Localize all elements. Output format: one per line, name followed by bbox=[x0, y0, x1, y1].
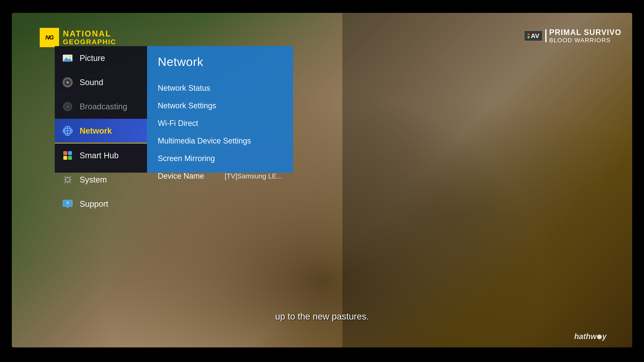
hathway-text-end: y bbox=[602, 332, 606, 341]
svg-marker-22 bbox=[66, 207, 69, 209]
channel-bar-divider bbox=[545, 29, 546, 42]
device-name-value: [TV]Samsung LE... bbox=[224, 172, 282, 180]
sidebar-item-smart-hub[interactable]: Smart Hub bbox=[55, 143, 147, 168]
svg-point-2 bbox=[69, 55, 71, 57]
sidebar-label-support: Support bbox=[80, 199, 108, 209]
svg-point-19 bbox=[66, 178, 70, 182]
channel-name: PRIMAL SURVIVO BLOOD WARRIORS bbox=[549, 28, 622, 44]
support-icon: ? bbox=[62, 198, 74, 210]
hathway-dot-icon bbox=[597, 335, 602, 339]
sidebar: Picture Sound bbox=[55, 46, 147, 173]
panel-item-device-name[interactable]: Device Name [TV]Samsung LE... bbox=[158, 167, 282, 185]
network-settings-label: Network Settings bbox=[158, 101, 216, 110]
av-dots bbox=[528, 33, 530, 38]
hathway-text: hathw bbox=[574, 332, 596, 341]
sidebar-label-picture: Picture bbox=[80, 54, 105, 63]
svg-rect-18 bbox=[68, 156, 72, 160]
nat-geo-box-icon: NG bbox=[40, 28, 59, 47]
device-name-label: Device Name bbox=[158, 172, 204, 181]
av-dot-red bbox=[528, 33, 530, 35]
svg-rect-17 bbox=[63, 156, 67, 160]
network-status-label: Network Status bbox=[158, 84, 210, 93]
nat-geo-logo: NG NATIONAL GEOGRAPHIC bbox=[40, 28, 116, 47]
sidebar-item-system[interactable]: System bbox=[55, 168, 147, 192]
screen-mirroring-label: Screen Mirroring bbox=[158, 154, 215, 163]
sidebar-label-sound: Sound bbox=[80, 78, 103, 87]
sidebar-label-system: System bbox=[80, 175, 107, 184]
channel-info: AV PRIMAL SURVIVO BLOOD WARRIORS bbox=[524, 28, 622, 44]
tv-screen: NG NATIONAL GEOGRAPHIC AV PRIMAL SURVIVO… bbox=[12, 13, 632, 348]
panel-item-network-settings[interactable]: Network Settings bbox=[158, 97, 282, 114]
system-icon bbox=[62, 174, 74, 186]
sidebar-item-support[interactable]: ? Support bbox=[55, 192, 147, 216]
panel-item-screen-mirroring[interactable]: Screen Mirroring bbox=[158, 150, 282, 167]
svg-point-9 bbox=[66, 105, 69, 108]
broadcasting-icon bbox=[62, 101, 74, 113]
sidebar-item-sound[interactable]: Sound bbox=[55, 70, 147, 95]
panel-item-multimedia-device-settings[interactable]: Multimedia Device Settings bbox=[158, 132, 282, 150]
hathway-logo: hathwy bbox=[574, 332, 606, 341]
sidebar-item-network[interactable]: Network bbox=[55, 119, 147, 143]
network-icon bbox=[62, 125, 74, 137]
sound-icon bbox=[62, 76, 74, 88]
nat-geo-text: NATIONAL GEOGRAPHIC bbox=[63, 29, 116, 46]
subtitle-text: up to the new pastures. bbox=[12, 311, 632, 322]
panel-item-network-status[interactable]: Network Status bbox=[158, 79, 282, 97]
picture-icon bbox=[62, 52, 74, 64]
svg-rect-15 bbox=[63, 151, 67, 155]
av-label: AV bbox=[531, 32, 539, 39]
wifi-direct-label: Wi-Fi Direct bbox=[158, 119, 198, 128]
menu-overlay: Picture Sound bbox=[55, 46, 293, 173]
sidebar-label-broadcasting: Broadcasting bbox=[80, 102, 127, 111]
svg-rect-16 bbox=[68, 151, 72, 155]
sidebar-label-smart-hub: Smart Hub bbox=[80, 151, 119, 160]
sidebar-item-broadcasting[interactable]: Broadcasting bbox=[55, 95, 147, 119]
multimedia-device-settings-label: Multimedia Device Settings bbox=[158, 136, 251, 145]
av-dot-green bbox=[528, 36, 530, 38]
network-panel: Network Network Status Network Settings … bbox=[147, 46, 293, 173]
svg-point-6 bbox=[67, 82, 68, 83]
smarthub-icon bbox=[62, 149, 74, 161]
panel-item-wifi-direct[interactable]: Wi-Fi Direct bbox=[158, 114, 282, 132]
bg-dark-overlay bbox=[342, 13, 632, 348]
av-badge: AV bbox=[524, 30, 543, 41]
sidebar-label-network: Network bbox=[80, 126, 112, 136]
svg-text:?: ? bbox=[66, 201, 69, 206]
panel-title: Network bbox=[158, 55, 282, 69]
sidebar-item-picture[interactable]: Picture bbox=[55, 46, 147, 70]
